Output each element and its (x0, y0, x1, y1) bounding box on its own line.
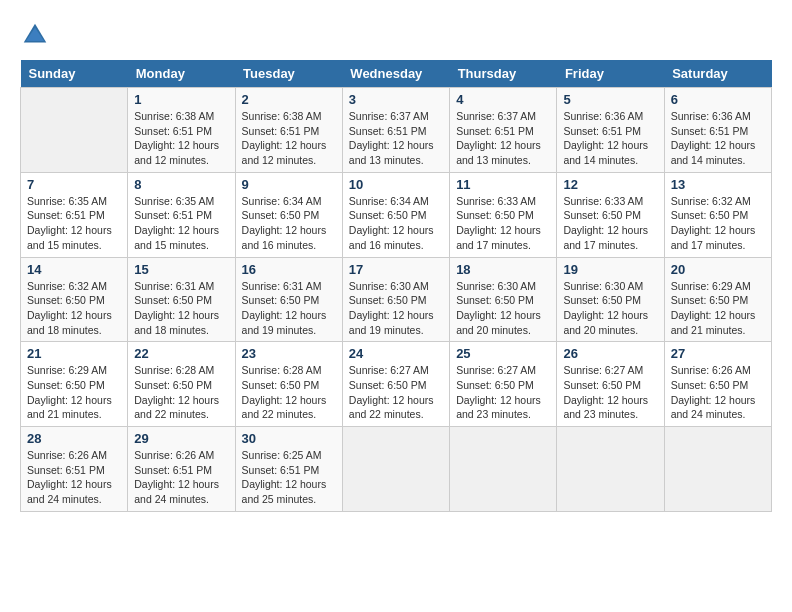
week-row-4: 21Sunrise: 6:29 AMSunset: 6:50 PMDayligh… (21, 342, 772, 427)
day-detail: Sunrise: 6:33 AMSunset: 6:50 PMDaylight:… (563, 194, 657, 253)
day-number: 3 (349, 92, 443, 107)
calendar-cell: 5Sunrise: 6:36 AMSunset: 6:51 PMDaylight… (557, 88, 664, 173)
day-number: 7 (27, 177, 121, 192)
day-number: 5 (563, 92, 657, 107)
logo-icon (20, 20, 50, 50)
calendar-cell (342, 427, 449, 512)
day-detail: Sunrise: 6:28 AMSunset: 6:50 PMDaylight:… (242, 363, 336, 422)
calendar-cell: 4Sunrise: 6:37 AMSunset: 6:51 PMDaylight… (450, 88, 557, 173)
week-row-5: 28Sunrise: 6:26 AMSunset: 6:51 PMDayligh… (21, 427, 772, 512)
calendar-cell: 7Sunrise: 6:35 AMSunset: 6:51 PMDaylight… (21, 172, 128, 257)
day-detail: Sunrise: 6:27 AMSunset: 6:50 PMDaylight:… (349, 363, 443, 422)
day-number: 24 (349, 346, 443, 361)
calendar-cell (557, 427, 664, 512)
day-number: 13 (671, 177, 765, 192)
day-detail: Sunrise: 6:34 AMSunset: 6:50 PMDaylight:… (242, 194, 336, 253)
day-detail: Sunrise: 6:25 AMSunset: 6:51 PMDaylight:… (242, 448, 336, 507)
logo (20, 20, 54, 50)
day-detail: Sunrise: 6:36 AMSunset: 6:51 PMDaylight:… (563, 109, 657, 168)
day-detail: Sunrise: 6:31 AMSunset: 6:50 PMDaylight:… (134, 279, 228, 338)
day-number: 26 (563, 346, 657, 361)
day-detail: Sunrise: 6:26 AMSunset: 6:51 PMDaylight:… (134, 448, 228, 507)
day-detail: Sunrise: 6:26 AMSunset: 6:50 PMDaylight:… (671, 363, 765, 422)
day-detail: Sunrise: 6:26 AMSunset: 6:51 PMDaylight:… (27, 448, 121, 507)
day-detail: Sunrise: 6:32 AMSunset: 6:50 PMDaylight:… (671, 194, 765, 253)
calendar-cell: 25Sunrise: 6:27 AMSunset: 6:50 PMDayligh… (450, 342, 557, 427)
calendar-cell: 30Sunrise: 6:25 AMSunset: 6:51 PMDayligh… (235, 427, 342, 512)
calendar-cell: 1Sunrise: 6:38 AMSunset: 6:51 PMDaylight… (128, 88, 235, 173)
week-row-1: 1Sunrise: 6:38 AMSunset: 6:51 PMDaylight… (21, 88, 772, 173)
day-detail: Sunrise: 6:35 AMSunset: 6:51 PMDaylight:… (27, 194, 121, 253)
day-detail: Sunrise: 6:34 AMSunset: 6:50 PMDaylight:… (349, 194, 443, 253)
day-number: 11 (456, 177, 550, 192)
day-detail: Sunrise: 6:30 AMSunset: 6:50 PMDaylight:… (456, 279, 550, 338)
day-number: 23 (242, 346, 336, 361)
day-detail: Sunrise: 6:38 AMSunset: 6:51 PMDaylight:… (134, 109, 228, 168)
day-number: 27 (671, 346, 765, 361)
calendar-cell: 26Sunrise: 6:27 AMSunset: 6:50 PMDayligh… (557, 342, 664, 427)
day-number: 16 (242, 262, 336, 277)
day-number: 18 (456, 262, 550, 277)
day-number: 12 (563, 177, 657, 192)
calendar-cell: 14Sunrise: 6:32 AMSunset: 6:50 PMDayligh… (21, 257, 128, 342)
column-header-tuesday: Tuesday (235, 60, 342, 88)
day-number: 14 (27, 262, 121, 277)
calendar-cell: 21Sunrise: 6:29 AMSunset: 6:50 PMDayligh… (21, 342, 128, 427)
day-detail: Sunrise: 6:35 AMSunset: 6:51 PMDaylight:… (134, 194, 228, 253)
calendar-header-row: SundayMondayTuesdayWednesdayThursdayFrid… (21, 60, 772, 88)
calendar-cell: 6Sunrise: 6:36 AMSunset: 6:51 PMDaylight… (664, 88, 771, 173)
day-number: 19 (563, 262, 657, 277)
week-row-3: 14Sunrise: 6:32 AMSunset: 6:50 PMDayligh… (21, 257, 772, 342)
calendar-cell: 22Sunrise: 6:28 AMSunset: 6:50 PMDayligh… (128, 342, 235, 427)
day-number: 8 (134, 177, 228, 192)
calendar-cell: 8Sunrise: 6:35 AMSunset: 6:51 PMDaylight… (128, 172, 235, 257)
calendar-cell: 13Sunrise: 6:32 AMSunset: 6:50 PMDayligh… (664, 172, 771, 257)
day-detail: Sunrise: 6:36 AMSunset: 6:51 PMDaylight:… (671, 109, 765, 168)
calendar-cell: 3Sunrise: 6:37 AMSunset: 6:51 PMDaylight… (342, 88, 449, 173)
day-number: 17 (349, 262, 443, 277)
column-header-thursday: Thursday (450, 60, 557, 88)
day-detail: Sunrise: 6:29 AMSunset: 6:50 PMDaylight:… (671, 279, 765, 338)
column-header-wednesday: Wednesday (342, 60, 449, 88)
calendar-cell: 29Sunrise: 6:26 AMSunset: 6:51 PMDayligh… (128, 427, 235, 512)
calendar-cell: 27Sunrise: 6:26 AMSunset: 6:50 PMDayligh… (664, 342, 771, 427)
day-number: 6 (671, 92, 765, 107)
day-number: 28 (27, 431, 121, 446)
day-detail: Sunrise: 6:38 AMSunset: 6:51 PMDaylight:… (242, 109, 336, 168)
calendar-cell: 17Sunrise: 6:30 AMSunset: 6:50 PMDayligh… (342, 257, 449, 342)
calendar-cell (664, 427, 771, 512)
day-number: 29 (134, 431, 228, 446)
day-number: 10 (349, 177, 443, 192)
column-header-saturday: Saturday (664, 60, 771, 88)
day-number: 15 (134, 262, 228, 277)
day-number: 20 (671, 262, 765, 277)
day-detail: Sunrise: 6:30 AMSunset: 6:50 PMDaylight:… (563, 279, 657, 338)
day-detail: Sunrise: 6:30 AMSunset: 6:50 PMDaylight:… (349, 279, 443, 338)
day-detail: Sunrise: 6:28 AMSunset: 6:50 PMDaylight:… (134, 363, 228, 422)
calendar-cell: 9Sunrise: 6:34 AMSunset: 6:50 PMDaylight… (235, 172, 342, 257)
page-header (20, 20, 772, 50)
day-number: 22 (134, 346, 228, 361)
calendar-cell: 24Sunrise: 6:27 AMSunset: 6:50 PMDayligh… (342, 342, 449, 427)
day-number: 4 (456, 92, 550, 107)
calendar-cell: 12Sunrise: 6:33 AMSunset: 6:50 PMDayligh… (557, 172, 664, 257)
day-number: 1 (134, 92, 228, 107)
day-number: 21 (27, 346, 121, 361)
day-detail: Sunrise: 6:37 AMSunset: 6:51 PMDaylight:… (349, 109, 443, 168)
day-number: 30 (242, 431, 336, 446)
calendar-cell: 10Sunrise: 6:34 AMSunset: 6:50 PMDayligh… (342, 172, 449, 257)
calendar-cell: 16Sunrise: 6:31 AMSunset: 6:50 PMDayligh… (235, 257, 342, 342)
calendar-cell (21, 88, 128, 173)
calendar-cell: 20Sunrise: 6:29 AMSunset: 6:50 PMDayligh… (664, 257, 771, 342)
calendar-cell: 11Sunrise: 6:33 AMSunset: 6:50 PMDayligh… (450, 172, 557, 257)
day-detail: Sunrise: 6:37 AMSunset: 6:51 PMDaylight:… (456, 109, 550, 168)
calendar-cell: 19Sunrise: 6:30 AMSunset: 6:50 PMDayligh… (557, 257, 664, 342)
week-row-2: 7Sunrise: 6:35 AMSunset: 6:51 PMDaylight… (21, 172, 772, 257)
calendar-cell: 15Sunrise: 6:31 AMSunset: 6:50 PMDayligh… (128, 257, 235, 342)
day-detail: Sunrise: 6:33 AMSunset: 6:50 PMDaylight:… (456, 194, 550, 253)
column-header-sunday: Sunday (21, 60, 128, 88)
day-number: 9 (242, 177, 336, 192)
calendar-cell (450, 427, 557, 512)
calendar-cell: 2Sunrise: 6:38 AMSunset: 6:51 PMDaylight… (235, 88, 342, 173)
calendar-cell: 18Sunrise: 6:30 AMSunset: 6:50 PMDayligh… (450, 257, 557, 342)
